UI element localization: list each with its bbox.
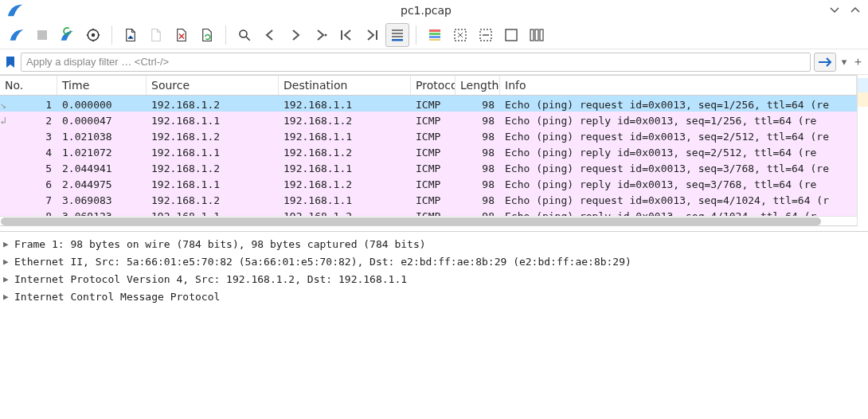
cell: 2.044941 bbox=[57, 159, 147, 175]
related-packet-arrow-icon: ↘ bbox=[0, 99, 10, 107]
packet-row[interactable]: 41.021072192.168.1.1192.168.1.2ICMP98Ech… bbox=[0, 143, 857, 159]
packet-row[interactable]: 83.069123192.168.1.1192.168.1.2ICMP98Ech… bbox=[0, 207, 857, 216]
cell: 192.168.1.1 bbox=[279, 96, 411, 112]
packet-list-pane: No. Time Source Destination Protocol Len… bbox=[0, 75, 868, 226]
display-filter-input[interactable] bbox=[21, 53, 811, 72]
go-last-button[interactable] bbox=[360, 23, 384, 47]
cell: Echo (ping) reply id=0x0013, seq=2/512, … bbox=[500, 143, 857, 159]
cell: Echo (ping) reply id=0x0013, seq=4/1024,… bbox=[500, 207, 857, 216]
detail-text: Internet Protocol Version 4, Src: 192.16… bbox=[14, 273, 407, 285]
minimize-button[interactable] bbox=[828, 4, 841, 17]
cell: 98 bbox=[456, 127, 500, 143]
cell: 192.168.1.1 bbox=[147, 143, 279, 159]
cell: ICMP bbox=[411, 96, 456, 112]
svg-point-7 bbox=[240, 30, 247, 37]
cell: 192.168.1.1 bbox=[279, 127, 411, 143]
svg-rect-0 bbox=[37, 30, 47, 40]
detail-tree-item[interactable]: ▶Ethernet II, Src: 5a:66:01:e5:70:82 (5a… bbox=[0, 253, 868, 270]
svg-rect-15 bbox=[392, 39, 403, 41]
cell: 192.168.1.1 bbox=[147, 175, 279, 191]
cell: 2.044975 bbox=[57, 175, 147, 191]
cell: ICMP bbox=[411, 143, 456, 159]
save-file-button[interactable] bbox=[144, 23, 168, 47]
main-toolbar bbox=[0, 21, 868, 49]
cell: 98 bbox=[456, 175, 500, 191]
packet-list-body[interactable]: ↘ ↲ 10.000000192.168.1.2192.168.1.1ICMP9… bbox=[0, 96, 857, 216]
packet-row[interactable]: 52.044941192.168.1.2192.168.1.1ICMP98Ech… bbox=[0, 159, 857, 175]
horizontal-scrollbar[interactable] bbox=[0, 216, 857, 225]
col-header-no[interactable]: No. bbox=[0, 76, 57, 95]
find-packet-button[interactable] bbox=[233, 23, 256, 47]
expand-arrow-icon[interactable]: ▶ bbox=[3, 239, 13, 249]
cell: 98 bbox=[456, 96, 500, 112]
minimap-strip[interactable] bbox=[857, 75, 868, 226]
toolbar-separator bbox=[225, 25, 226, 45]
svg-rect-23 bbox=[506, 29, 517, 41]
col-header-destination[interactable]: Destination bbox=[279, 76, 411, 95]
colorize-button[interactable] bbox=[423, 23, 447, 47]
packet-row[interactable]: 31.021038192.168.1.2192.168.1.1ICMP98Ech… bbox=[0, 127, 857, 143]
packet-row[interactable]: 73.069083192.168.1.2192.168.1.1ICMP98Ech… bbox=[0, 191, 857, 207]
bookmark-icon[interactable] bbox=[5, 56, 18, 69]
cell: 98 bbox=[456, 112, 500, 127]
toolbar-separator bbox=[111, 25, 112, 45]
expand-arrow-icon[interactable]: ▶ bbox=[3, 292, 13, 302]
svg-rect-25 bbox=[535, 29, 538, 41]
zoom-in-button[interactable] bbox=[448, 23, 472, 47]
open-file-button[interactable] bbox=[119, 23, 143, 47]
maximize-button[interactable] bbox=[849, 4, 862, 17]
col-header-length[interactable]: Length bbox=[456, 76, 500, 95]
cell: 98 bbox=[456, 143, 500, 159]
detail-text: Internet Control Message Protocol bbox=[14, 291, 220, 303]
svg-rect-26 bbox=[540, 29, 543, 41]
cell: 98 bbox=[456, 191, 500, 207]
packet-row[interactable]: 62.044975192.168.1.1192.168.1.2ICMP98Ech… bbox=[0, 175, 857, 191]
packet-gutter: ↘ ↲ bbox=[0, 96, 10, 216]
cell: 192.168.1.1 bbox=[147, 112, 279, 127]
cell: ICMP bbox=[411, 191, 456, 207]
go-prev-button[interactable] bbox=[258, 23, 282, 47]
cell: 1.021072 bbox=[57, 143, 147, 159]
app-fin-icon bbox=[6, 2, 24, 19]
col-header-source[interactable]: Source bbox=[147, 76, 279, 95]
capture-options-button[interactable] bbox=[81, 23, 105, 47]
start-capture-button[interactable] bbox=[5, 23, 29, 47]
svg-point-9 bbox=[325, 33, 327, 36]
detail-tree-item[interactable]: ▶Frame 1: 98 bytes on wire (784 bits), 9… bbox=[0, 235, 868, 253]
resize-columns-button[interactable] bbox=[525, 23, 549, 47]
zoom-reset-button[interactable] bbox=[499, 23, 523, 47]
reload-file-button[interactable] bbox=[195, 23, 219, 47]
cell: 192.168.1.2 bbox=[147, 159, 279, 175]
stop-capture-button[interactable] bbox=[30, 23, 54, 47]
packet-row[interactable]: 20.000047192.168.1.1192.168.1.2ICMP98Ech… bbox=[0, 112, 857, 127]
close-file-button[interactable] bbox=[170, 23, 194, 47]
cell: 98 bbox=[456, 159, 500, 175]
col-header-info[interactable]: Info bbox=[500, 76, 857, 95]
filter-history-dropdown[interactable]: ▾ bbox=[839, 56, 849, 68]
add-filter-button[interactable]: ＋ bbox=[852, 57, 863, 68]
zoom-out-button[interactable] bbox=[474, 23, 498, 47]
apply-filter-button[interactable] bbox=[814, 53, 836, 72]
expand-arrow-icon[interactable]: ▶ bbox=[3, 274, 13, 284]
svg-point-2 bbox=[92, 33, 96, 37]
go-next-button[interactable] bbox=[283, 23, 307, 47]
cell: Echo (ping) request id=0x0013, seq=3/768… bbox=[500, 159, 857, 175]
go-first-button[interactable] bbox=[334, 23, 358, 47]
go-to-button[interactable] bbox=[309, 23, 333, 47]
packet-list-header[interactable]: No. Time Source Destination Protocol Len… bbox=[0, 75, 857, 96]
packet-details-pane[interactable]: ▶Frame 1: 98 bytes on wire (784 bits), 9… bbox=[0, 231, 868, 419]
packet-row[interactable]: 10.000000192.168.1.2192.168.1.1ICMP98Ech… bbox=[0, 96, 857, 112]
col-header-time[interactable]: Time bbox=[57, 76, 147, 95]
expand-arrow-icon[interactable]: ▶ bbox=[3, 256, 13, 267]
cell: ICMP bbox=[411, 159, 456, 175]
cell: Echo (ping) request id=0x0013, seq=4/102… bbox=[500, 191, 857, 207]
detail-tree-item[interactable]: ▶Internet Protocol Version 4, Src: 192.1… bbox=[0, 270, 868, 288]
related-packet-arrow-icon: ↲ bbox=[0, 115, 10, 123]
restart-capture-button[interactable] bbox=[56, 23, 80, 47]
cell: 3.069083 bbox=[57, 191, 147, 207]
detail-tree-item[interactable]: ▶Internet Control Message Protocol bbox=[0, 288, 868, 305]
col-header-protocol[interactable]: Protocol bbox=[411, 76, 456, 95]
cell: 192.168.1.2 bbox=[147, 96, 279, 112]
cell: ICMP bbox=[411, 112, 456, 127]
autoscroll-button[interactable] bbox=[385, 23, 409, 47]
